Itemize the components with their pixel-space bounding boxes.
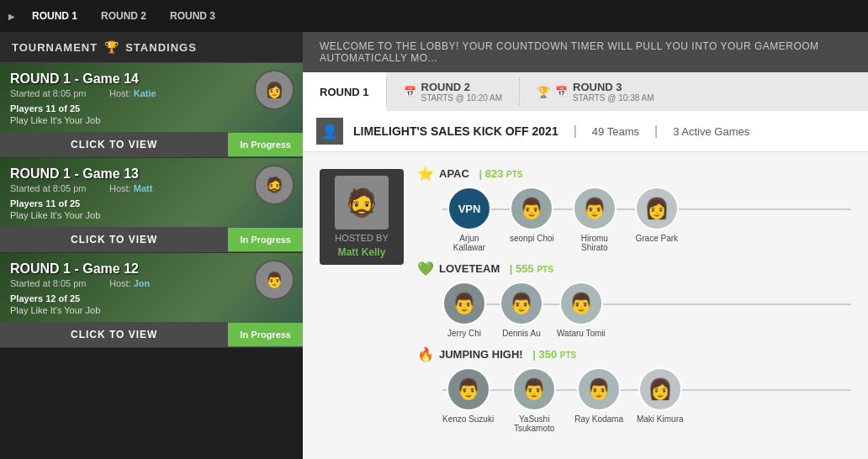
game-subtitle-0: Play Like It's Your Job — [10, 115, 293, 125]
team-name-0: APAC — [439, 167, 469, 180]
game-card-content-0: 👩 ROUND 1 - Game 14 Started at 8:05 pm H… — [0, 63, 303, 125]
hosted-by-name: Matt Kelly — [338, 246, 386, 258]
card-actions-0: CLICK TO VIEW In Progress — [0, 132, 303, 157]
card-actions-2: CLICK TO VIEW In Progress — [0, 322, 303, 347]
sidebar-standings-label: STANDINGS — [125, 41, 197, 54]
team-name-2: JUMPING HIGH! — [439, 348, 523, 361]
avatar-2-2: 👨Ray Kodama — [574, 367, 623, 424]
host-avatar: 🧔 — [335, 176, 389, 230]
lobby-teams: 49 Teams — [592, 125, 639, 138]
lobby-title: LIMELIGHT'S SALES KICK OFF 2021 — [353, 124, 558, 138]
tab-round1[interactable]: ROUND 1 — [303, 72, 386, 111]
avatar-circle-1-2: 👨 — [559, 282, 603, 325]
avatar-1-1: 👨Dennis Au — [500, 282, 543, 338]
in-progress-badge-1: In Progress — [228, 228, 303, 251]
nav-round-2[interactable]: ROUND 2 — [94, 7, 153, 25]
avatar-circle-0-2: 👨 — [573, 187, 617, 230]
avatar-circle-2-2: 👨 — [577, 367, 621, 411]
click-to-view-btn-0[interactable]: CLICK TO VIEW — [0, 132, 228, 157]
rounds-tabs: ROUND 1 📅 ROUND 2 STARTS @ 10:20 AM 🏆 📅 … — [303, 72, 868, 111]
sidebar-tournament-label: TOURNAMENT — [12, 41, 98, 54]
host-emoji: 🧔 — [345, 187, 378, 219]
welcome-text: WELCOME TO THE LOBBY! YOUR COUNTDOWN TIM… — [320, 40, 819, 64]
tab-round3-sub: STARTS @ 10:38 AM — [573, 93, 654, 103]
team-pts-2: | 350 PTS — [530, 348, 577, 361]
main-area: TOURNAMENT 🏆 STANDINGS ◀ 👩 ROUND 1 - Gam… — [0, 32, 868, 459]
avatar-circle-0-3: 👩 — [635, 187, 679, 230]
welcome-banner: WELCOME TO THE LOBBY! YOUR COUNTDOWN TIM… — [303, 32, 868, 72]
avatar-circle-0-0: VPN — [447, 187, 491, 230]
team-icon-0: ⭐ — [417, 166, 434, 182]
players-info-2: Players 12 of 25 — [10, 293, 293, 303]
avatar-circle-1-1: 👨 — [500, 282, 543, 325]
avatar-name-2-3: Maki Kimura — [637, 414, 684, 424]
click-to-view-btn-2[interactable]: CLICK TO VIEW — [0, 322, 228, 347]
tab-round1-label: ROUND 1 — [320, 86, 369, 98]
nav-round-1[interactable]: ROUND 1 — [25, 7, 84, 25]
avatar-circle-2-0: 👨 — [447, 367, 490, 411]
standings-section: 🧔 HOSTED BY Matt Kelly ⭐ APAC | 823 PTS … — [320, 166, 851, 441]
host-avatar-0: 👩 — [254, 70, 294, 110]
game-meta-0: Started at 8:05 pm Host: Katie — [10, 88, 293, 98]
teams-section: ⭐ APAC | 823 PTS VPNArjun Kallawar👨seonp… — [417, 166, 851, 441]
avatar-circle-0-1: 👨 — [510, 187, 553, 230]
avatar-0-3: 👩Grace Park — [635, 187, 679, 243]
avatar-name-2-0: Kenzo Suzuki — [442, 414, 494, 424]
game-card-0: 👩 ROUND 1 - Game 14 Started at 8:05 pm H… — [0, 63, 303, 158]
avatar-circle-1-0: 👨 — [442, 282, 486, 325]
avatar-circle-2-1: 👨 — [512, 367, 556, 411]
tab-round3-label: ROUND 3 — [573, 81, 622, 93]
lobby-active-games: 3 Active Games — [673, 125, 749, 138]
avatar-name-2-2: Ray Kodama — [574, 414, 623, 424]
avatar-name-0-2: Hiromu Shirato — [568, 234, 622, 252]
top-nav: ▶ ROUND 1 ROUND 2 ROUND 3 — [0, 0, 868, 32]
avatar-0-1: 👨seonpi Choi — [510, 187, 554, 243]
game-meta-2: Started at 8:05 pm Host: Jon — [10, 278, 293, 288]
avatar-name-0-0: Arjun Kallawar — [442, 234, 496, 252]
avatar-2-1: 👨YaSushi Tsukamoto — [507, 367, 561, 433]
click-to-view-btn-1[interactable]: CLICK TO VIEW — [0, 227, 228, 252]
team-icon-2: 🔥 — [417, 346, 434, 362]
team-pts-1: | 555 PTS — [506, 262, 553, 275]
team-0: ⭐ APAC | 823 PTS VPNArjun Kallawar👨seonp… — [417, 166, 851, 252]
team-header-0: ⭐ APAC | 823 PTS — [417, 166, 851, 182]
nav-round-3[interactable]: ROUND 3 — [163, 7, 222, 25]
hosted-by-box: 🧔 HOSTED BY Matt Kelly — [320, 169, 404, 265]
avatar-1-2: 👨Wataru Tomii — [557, 282, 606, 338]
avatar-name-1-1: Dennis Au — [502, 329, 541, 338]
in-progress-badge-0: In Progress — [228, 133, 303, 156]
team-pts-0: | 823 PTS — [476, 167, 523, 180]
avatar-2-3: 👩Maki Kimura — [637, 367, 684, 424]
game-card-1: 🧔 ROUND 1 - Game 13 Started at 8:05 pm H… — [0, 158, 303, 253]
avatars-row-0: VPNArjun Kallawar👨seonpi Choi👨Hiromu Shi… — [442, 187, 851, 252]
avatar-name-1-0: Jerry Chi — [447, 329, 481, 338]
tab-round3[interactable]: 🏆 📅 ROUND 3 STARTS @ 10:38 AM — [520, 72, 670, 111]
host-avatar-1: 🧔 — [254, 165, 294, 205]
right-content: WELCOME TO THE LOBBY! YOUR COUNTDOWN TIM… — [303, 32, 868, 459]
team-1: 💚 LOVETEAM | 555 PTS 👨Jerry Chi👨Dennis A… — [417, 261, 851, 338]
game-title-2: ROUND 1 - Game 12 — [10, 261, 293, 277]
sidebar-header: TOURNAMENT 🏆 STANDINGS ◀ — [0, 32, 303, 63]
person-icon: 👤 — [321, 124, 338, 140]
avatar-0-0: VPNArjun Kallawar — [442, 187, 496, 252]
avatar-2-0: 👨Kenzo Suzuki — [442, 367, 494, 424]
hosted-by-label: HOSTED BY — [335, 233, 389, 243]
avatar-circle-2-3: 👩 — [638, 367, 682, 411]
avatar-0-2: 👨Hiromu Shirato — [568, 187, 622, 252]
tab-round2[interactable]: 📅 ROUND 2 STARTS @ 10:20 AM — [387, 72, 519, 111]
game-cards-container: 👩 ROUND 1 - Game 14 Started at 8:05 pm H… — [0, 63, 303, 348]
tab-round2-label: ROUND 2 — [421, 81, 471, 93]
calendar-icon-3: 📅 — [555, 86, 568, 98]
host-avatar-2: 👨 — [254, 260, 294, 300]
avatar-name-1-2: Wataru Tomii — [557, 329, 606, 338]
game-title-1: ROUND 1 - Game 13 — [10, 166, 293, 182]
avatar-1-0: 👨Jerry Chi — [442, 282, 486, 338]
avatar-name-0-1: seonpi Choi — [510, 234, 554, 243]
standings-area: 🧔 HOSTED BY Matt Kelly ⭐ APAC | 823 PTS … — [303, 152, 868, 459]
team-header-1: 💚 LOVETEAM | 555 PTS — [417, 261, 851, 277]
team-icon-1: 💚 — [417, 261, 434, 277]
avatars-row-1: 👨Jerry Chi👨Dennis Au👨Wataru Tomii — [442, 282, 851, 338]
in-progress-badge-2: In Progress — [228, 323, 303, 346]
game-card-content-1: 🧔 ROUND 1 - Game 13 Started at 8:05 pm H… — [0, 158, 303, 220]
game-card-2: 👨 ROUND 1 - Game 12 Started at 8:05 pm H… — [0, 253, 303, 348]
